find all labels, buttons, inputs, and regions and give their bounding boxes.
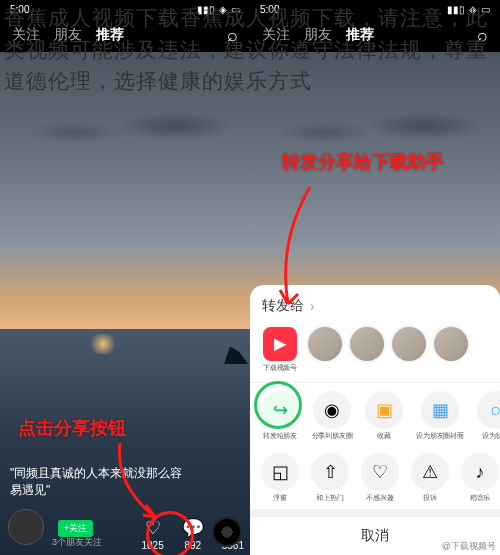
right-phone: 5:00 ▮▮▯ ◈ ▭ 关注 朋友 推荐 ⌕ 转发分享给下载助手: [250, 0, 500, 555]
hot-button[interactable]: ⇧ 和上热门: [308, 453, 352, 503]
label: 投诉: [423, 495, 437, 502]
nav-follow[interactable]: 关注: [12, 26, 40, 44]
friend-avatar[interactable]: [308, 327, 342, 361]
clouds-bg: [0, 102, 250, 162]
moments-icon: ◉: [313, 391, 351, 429]
watermark: @下载视频号: [442, 540, 496, 553]
search-icon[interactable]: ⌕: [227, 25, 238, 46]
label: 设为朋友圈封面: [416, 433, 464, 440]
friends-row: ▶ 下载视频号: [250, 323, 500, 381]
up-icon: ⇧: [311, 453, 349, 491]
battery-icon: ▭: [231, 4, 240, 15]
label: 收藏: [377, 433, 391, 440]
heart-broken-icon: ♡: [361, 453, 399, 491]
signal-icon: ▮▮▯: [447, 4, 465, 15]
warning-icon: ⚠: [411, 453, 449, 491]
nav-friends[interactable]: 朋友: [304, 26, 332, 44]
annotation-forward: 转发分享给下载助手: [282, 152, 444, 174]
dislike-button[interactable]: ♡ 不感兴趣: [358, 453, 402, 503]
app-label: 下载视频号: [263, 364, 297, 371]
music-disc[interactable]: [212, 517, 242, 547]
nav-follow[interactable]: 关注: [262, 26, 290, 44]
status-icons: ▮▮▯ ◈ ▭: [447, 4, 490, 15]
set-cover-button[interactable]: ▦ 设为朋友圈封面: [412, 391, 468, 441]
sun-glint: [88, 334, 118, 354]
friend-avatar[interactable]: [434, 327, 468, 361]
nav-friends[interactable]: 朋友: [54, 26, 82, 44]
red-arrow-annotation: [270, 182, 330, 312]
sky-bg: [0, 52, 250, 329]
follow-button[interactable]: +关注: [58, 520, 93, 537]
green-circle-annotation: [254, 381, 302, 429]
battery-icon: ▭: [481, 4, 490, 15]
video-area[interactable]: 转发分享给下载助手 转发给 › ▶ 下载视频号: [250, 52, 500, 555]
status-icons: ▮▮▯ ◈ ▭: [197, 4, 240, 15]
status-time: 5:00: [10, 4, 29, 15]
video-area[interactable]: 点击分享按钮 "同频且真诚的人本来就没那么容易遇见" +关注 3个朋友关注 ♡ …: [0, 52, 250, 555]
music-icon: ♪: [461, 453, 499, 491]
download-app-icon: ▶: [263, 327, 297, 361]
app-target[interactable]: ▶ 下载视频号: [260, 327, 300, 373]
status-icon: ○: [477, 391, 500, 429]
favorite-button[interactable]: ▣ 收藏: [362, 391, 406, 441]
share-sheet: 转发给 › ▶ 下载视频号 ↪ 转: [250, 285, 500, 555]
phones-container: 5:00 ▮▮▯ ◈ ▭ 关注 朋友 推荐 ⌕ 点击分享按钮 "同频且真诚的人本…: [0, 0, 500, 555]
float-icon: ◱: [261, 453, 299, 491]
status-bar: 5:00 ▮▮▯ ◈ ▭: [250, 0, 500, 18]
moments-button[interactable]: ◉ 分享到朋友圈: [308, 391, 356, 441]
label: 设为状态: [482, 433, 500, 440]
top-nav: 关注 朋友 推荐 ⌕: [250, 18, 500, 52]
top-nav: 关注 朋友 推荐 ⌕: [0, 18, 250, 52]
search-icon[interactable]: ⌕: [477, 25, 488, 46]
nav-recommend[interactable]: 推荐: [346, 26, 374, 44]
user-avatar[interactable]: [8, 509, 44, 545]
label: 稍音乐: [470, 495, 490, 502]
red-arrow-annotation: [110, 435, 180, 525]
friend-avatar[interactable]: [350, 327, 384, 361]
bookmark-icon: ▣: [365, 391, 403, 429]
nav-recommend[interactable]: 推荐: [96, 26, 124, 44]
sheet-row-2: ◱ 浮窗 ⇧ 和上热门 ♡ 不感兴趣 ⚠ 投诉: [250, 447, 500, 509]
user-subline: 3个朋友关注: [52, 536, 102, 549]
float-button[interactable]: ◱ 浮窗: [258, 453, 302, 503]
music-button[interactable]: ♪ 稍音乐: [458, 453, 500, 503]
status-bar: 5:00 ▮▮▯ ◈ ▭: [0, 0, 250, 18]
label: 不感兴趣: [366, 495, 393, 502]
label: 和上热门: [316, 495, 343, 502]
label: 浮窗: [273, 495, 287, 502]
friend-avatar[interactable]: [392, 327, 426, 361]
set-status-button[interactable]: ○ 设为状态: [474, 391, 500, 441]
image-icon: ▦: [421, 391, 459, 429]
wifi-icon: ◈: [469, 4, 477, 15]
report-button[interactable]: ⚠ 投诉: [408, 453, 452, 503]
label: 分享到朋友圈: [312, 433, 353, 440]
status-time: 5:00: [260, 4, 279, 15]
label: 转发给朋友: [263, 433, 297, 440]
annotation-click-share: 点击分享按钮: [18, 416, 126, 440]
signal-icon: ▮▮▯: [197, 4, 215, 15]
wifi-icon: ◈: [219, 4, 227, 15]
left-phone: 5:00 ▮▮▯ ◈ ▭ 关注 朋友 推荐 ⌕ 点击分享按钮 "同频且真诚的人本…: [0, 0, 250, 555]
